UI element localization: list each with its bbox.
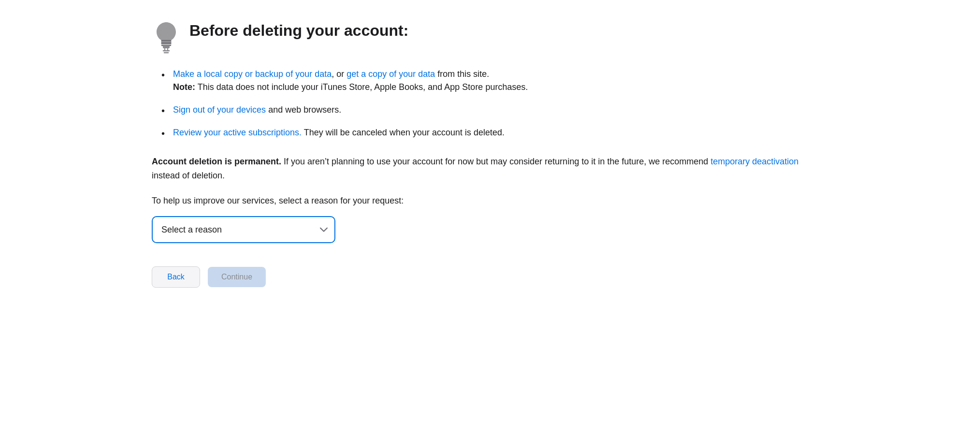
suffix-text: from this site. bbox=[435, 69, 489, 79]
permanent-body: If you aren’t planning to use your accou… bbox=[281, 157, 710, 166]
permanent-end: instead of deletion. bbox=[152, 171, 225, 180]
help-text: To help us improve our services, select … bbox=[152, 194, 828, 207]
list-item: Sign out of your devices and web browser… bbox=[161, 103, 828, 117]
separator-text: , or bbox=[331, 69, 346, 79]
signout-suffix: and web browsers. bbox=[266, 105, 341, 115]
select-wrapper: Select a reasonI have privacy concernsI … bbox=[152, 216, 335, 243]
continue-button[interactable]: Continue bbox=[208, 267, 266, 287]
bullet-list: Make a local copy or backup of your data… bbox=[152, 68, 828, 139]
permanent-bold: Account deletion is permanent. bbox=[152, 157, 281, 166]
bulb-icon bbox=[152, 20, 181, 54]
backup-link[interactable]: Make a local copy or backup of your data bbox=[173, 69, 331, 79]
permanent-section: Account deletion is permanent. If you ar… bbox=[152, 155, 828, 183]
note-text: This data does not include your iTunes S… bbox=[195, 82, 528, 92]
list-item: Make a local copy or backup of your data… bbox=[161, 68, 828, 94]
back-button[interactable]: Back bbox=[152, 266, 200, 288]
header-section: Before deleting your account: bbox=[152, 19, 828, 54]
signout-link[interactable]: Sign out of your devices bbox=[173, 105, 266, 115]
copy-link[interactable]: get a copy of your data bbox=[346, 69, 435, 79]
subscriptions-link[interactable]: Review your active subscriptions. bbox=[173, 128, 302, 137]
note-label: Note: bbox=[173, 82, 195, 92]
reason-select[interactable]: Select a reasonI have privacy concernsI … bbox=[152, 216, 335, 243]
svg-rect-3 bbox=[163, 45, 170, 48]
page-title: Before deleting your account: bbox=[189, 19, 408, 40]
buttons-section: Back Continue bbox=[152, 266, 828, 288]
deactivation-link[interactable]: temporary deactivation bbox=[711, 157, 799, 166]
page-container: Before deleting your account: Make a loc… bbox=[152, 19, 828, 288]
subscriptions-suffix: They will be canceled when your account … bbox=[302, 128, 504, 137]
list-item: Review your active subscriptions. They w… bbox=[161, 126, 828, 139]
